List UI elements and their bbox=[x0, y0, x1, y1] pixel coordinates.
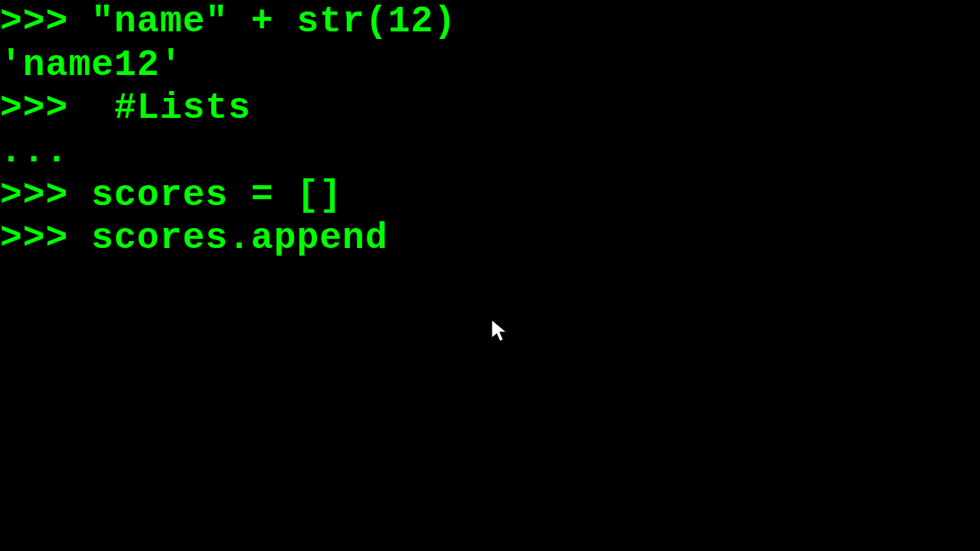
terminal-line: 'name12' bbox=[0, 44, 980, 87]
terminal-line: >>> scores.append bbox=[0, 217, 980, 260]
terminal-output-text: 'name12' bbox=[0, 44, 182, 86]
prompt: >>> bbox=[0, 87, 91, 129]
continuation-prompt: ... bbox=[0, 131, 68, 172]
terminal-line: ... bbox=[0, 130, 980, 174]
terminal-input-text: "name" + str(12) bbox=[91, 1, 456, 42]
prompt: >>> bbox=[0, 174, 91, 216]
terminal-input-text: #Lists bbox=[91, 87, 251, 129]
prompt: >>> bbox=[0, 217, 91, 259]
terminal-input-text: scores = [] bbox=[91, 174, 342, 216]
mouse-cursor-icon bbox=[490, 318, 510, 345]
terminal-area[interactable]: >>> "name" + str(12) 'name12' >>> #Lists… bbox=[0, 0, 980, 260]
prompt: >>> bbox=[0, 1, 91, 42]
terminal-input-text: scores.append bbox=[91, 217, 387, 259]
terminal-line: >>> scores = [] bbox=[0, 174, 980, 217]
terminal-line: >>> "name" + str(12) bbox=[0, 0, 980, 44]
terminal-line: >>> #Lists bbox=[0, 86, 980, 130]
